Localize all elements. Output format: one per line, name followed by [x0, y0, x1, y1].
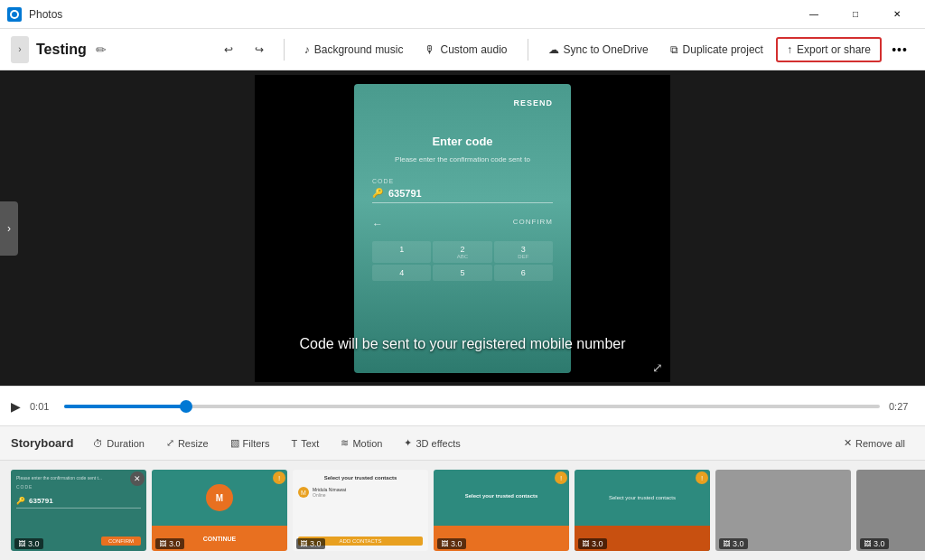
current-time: 0:01 — [30, 401, 55, 412]
motion-button[interactable]: ≋ Motion — [332, 434, 391, 453]
clip-5[interactable]: Select your trusted contacts ! 🖼 3.0 — [575, 470, 710, 551]
custom-audio-button[interactable]: 🎙 Custom audio — [416, 39, 516, 61]
filters-icon: ▧ — [230, 437, 239, 449]
back-arrow-icon: ← — [372, 218, 383, 230]
export-label: Export or share — [797, 43, 871, 56]
undo-icon: ↩ — [224, 43, 233, 56]
app-title: Photos — [29, 8, 62, 21]
main-area: › RESEND Enter code Please enter the con… — [0, 70, 925, 560]
clip-1-duration: 🖼 3.0 — [14, 538, 43, 549]
title-bar-controls: — □ ✕ — [793, 0, 918, 29]
scrubber-thumb[interactable] — [180, 400, 192, 413]
text-button[interactable]: T Text — [283, 434, 329, 453]
clip-5-duration: 🖼 3.0 — [578, 538, 607, 549]
video-container[interactable]: › RESEND Enter code Please enter the con… — [0, 70, 925, 386]
enter-code-title: Enter code — [432, 135, 492, 148]
clip-3-duration: 🖼 3.0 — [296, 538, 325, 549]
redo-button[interactable]: ↪ — [246, 39, 273, 61]
clip-6[interactable]: 🖼 3.0 — [715, 470, 851, 551]
export-icon: ↑ — [787, 43, 792, 56]
code-label: CODE — [372, 178, 394, 184]
image-icon: 🖼 — [582, 540, 589, 548]
clip-4-duration: 🖼 3.0 — [437, 538, 466, 549]
x-icon: ✕ — [844, 437, 852, 449]
sync-onedrive-button[interactable]: ☁ Sync to OneDrive — [539, 39, 658, 61]
numpad-5: 5 — [433, 265, 491, 281]
undo-button[interactable]: ↩ — [215, 39, 242, 61]
clip-4[interactable]: Select your trusted contacts ! 🖼 3.0 — [434, 470, 569, 551]
clip-1[interactable]: Please enter the confirmation code sent … — [11, 470, 146, 551]
code-input-row: 🔑 635791 — [372, 188, 553, 203]
clip-2[interactable]: M CONTINUE ! 🖼 3.0 — [152, 470, 287, 551]
edit-title-icon[interactable]: ✏ — [96, 42, 107, 57]
confirm-text: CONFIRM — [513, 218, 553, 230]
duplicate-project-button[interactable]: ⧉ Duplicate project — [661, 39, 772, 61]
image-icon: 🖼 — [159, 540, 166, 548]
effects-icon: ✦ — [404, 437, 412, 449]
remove-all-label: Remove all — [855, 438, 905, 449]
title-bar: Photos — □ ✕ — [0, 0, 925, 29]
sync-label: Sync to OneDrive — [564, 43, 649, 56]
onedrive-icon: ☁ — [548, 43, 559, 56]
text-icon: T — [292, 438, 298, 449]
close-button[interactable]: ✕ — [876, 0, 918, 29]
numpad-3: 3DEF — [494, 241, 553, 263]
text-label: Text — [301, 438, 319, 449]
maximize-button[interactable]: □ — [835, 0, 876, 29]
clip-4-badge: ! — [555, 471, 567, 484]
filters-button[interactable]: ▧ Filters — [221, 434, 279, 453]
numpad: 1 2ABC 3DEF 4 5 6 — [372, 241, 553, 281]
scrubber-fill — [64, 405, 186, 408]
background-music-button[interactable]: ♪ Background music — [295, 39, 413, 61]
clip-6-duration: 🖼 3.0 — [719, 538, 748, 549]
play-button[interactable]: ▶ — [11, 399, 21, 414]
storyboard-section: Storyboard ⏱ Duration ⤢ Resize ▧ Filters… — [0, 425, 925, 560]
motion-label: Motion — [352, 438, 382, 449]
svg-point-1 — [12, 12, 17, 17]
project-title: Testing — [36, 42, 87, 58]
music-icon: ♪ — [304, 43, 310, 56]
video-frame: RESEND Enter code Please enter the confi… — [255, 75, 670, 382]
clip-7[interactable]: 🖼 3.0 — [856, 470, 925, 551]
filters-label: Filters — [243, 438, 270, 449]
clock-icon: ⏱ — [93, 438, 103, 449]
resize-icon: ⤢ — [166, 437, 174, 449]
storyboard-toolbar: Storyboard ⏱ Duration ⤢ Resize ▧ Filters… — [0, 426, 925, 461]
numpad-6: 6 — [494, 265, 553, 281]
app-icon — [7, 7, 22, 22]
motion-icon: ≋ — [341, 437, 349, 449]
image-icon: 🖼 — [441, 540, 448, 548]
phone-actions: ← CONFIRM — [372, 218, 553, 230]
remove-all-button[interactable]: ✕ Remove all — [835, 434, 914, 453]
expand-icon[interactable]: ⤢ — [652, 360, 663, 375]
duplicate-icon: ⧉ — [670, 43, 678, 56]
image-icon: 🖼 — [300, 540, 307, 548]
resize-button[interactable]: ⤢ Resize — [157, 434, 218, 453]
timeline: ▶ 0:01 0:27 — [0, 386, 925, 425]
clip-3[interactable]: Select your trusted contacts M Mridula N… — [293, 470, 428, 551]
more-options-button[interactable]: ••• — [885, 35, 914, 64]
panel-toggle[interactable]: › — [0, 201, 18, 256]
numpad-2: 2ABC — [433, 241, 491, 263]
phone-screen: RESEND Enter code Please enter the confi… — [354, 84, 571, 373]
numpad-4: 4 — [372, 265, 431, 281]
effects-3d-button[interactable]: ✦ 3D effects — [395, 434, 469, 453]
clip-1-close[interactable]: ✕ — [130, 471, 145, 486]
chevron-right-icon: › — [7, 222, 11, 235]
audio-icon: 🎙 — [425, 43, 435, 56]
export-share-button[interactable]: ↑ Export or share — [776, 37, 882, 62]
chevron-right-icon: › — [18, 44, 21, 54]
enter-code-desc: Please enter the confirmation code sent … — [395, 155, 530, 163]
resize-label: Resize — [178, 438, 209, 449]
scrubber-track[interactable] — [64, 405, 880, 408]
duration-label: Duration — [107, 438, 145, 449]
total-time: 0:27 — [889, 401, 914, 412]
minimize-button[interactable]: — — [793, 0, 835, 29]
resend-text: RESEND — [513, 98, 553, 107]
divider-2 — [528, 39, 528, 61]
clip-2-badge: ! — [273, 471, 285, 484]
storyboard-label: Storyboard — [11, 436, 73, 450]
sidebar-toggle[interactable]: › — [11, 36, 29, 63]
divider-1 — [284, 39, 285, 61]
duration-button[interactable]: ⏱ Duration — [84, 434, 154, 453]
